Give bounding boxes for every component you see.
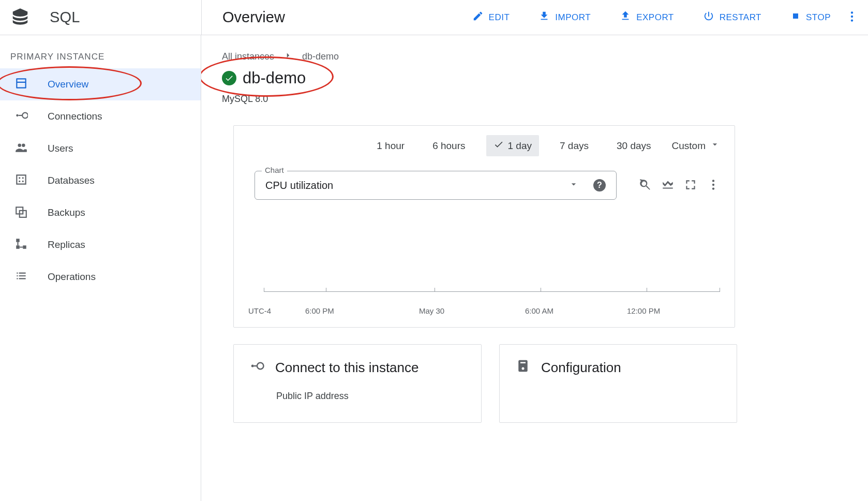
tick-mark: [541, 288, 541, 292]
more-actions-button[interactable]: [841, 7, 863, 28]
backups-icon: [14, 205, 28, 221]
operations-icon: [14, 269, 28, 285]
range-1h[interactable]: 1 hour: [369, 136, 412, 156]
status-ok-icon: [222, 71, 236, 85]
range-custom[interactable]: Custom: [672, 139, 720, 152]
sidebar-item-overview[interactable]: Overview: [0, 68, 201, 100]
header-left: SQL: [0, 0, 201, 35]
sidebar-item-backups[interactable]: Backups: [0, 197, 201, 229]
config-card-title: Configuration: [541, 360, 621, 376]
chart-select-wrap: Chart CPU utilization ?: [255, 171, 617, 200]
sidebar-item-operations[interactable]: Operations: [0, 261, 201, 293]
sql-logo-icon: [10, 7, 30, 28]
svg-point-2: [851, 19, 853, 21]
chart-x-axis: [264, 291, 720, 292]
connections-icon: [14, 109, 28, 125]
range-6h[interactable]: 6 hours: [425, 136, 472, 156]
svg-point-8: [22, 177, 24, 179]
tick-mark: [647, 288, 647, 292]
stop-icon: [790, 11, 801, 24]
tick-label: 6:00 AM: [525, 306, 553, 315]
range-30d[interactable]: 30 days: [609, 136, 659, 156]
range-1d-label: 1 day: [508, 140, 532, 152]
legend-toggle-button[interactable]: [661, 178, 675, 193]
svg-rect-21: [518, 360, 528, 372]
sidebar-item-replicas[interactable]: Replicas: [0, 229, 201, 261]
svg-point-0: [851, 11, 853, 13]
time-range-row: 1 hour 6 hours 1 day 7 days 30 days Cust…: [248, 135, 720, 156]
chart-more-button[interactable]: [707, 178, 720, 193]
top-header: SQL Overview EDIT IMPORT EXPORT RESTART: [0, 0, 868, 35]
svg-rect-22: [520, 362, 526, 364]
chevron-right-icon: [283, 51, 293, 63]
svg-point-23: [522, 367, 525, 370]
connect-card-title-row: Connect to this instance: [249, 358, 466, 377]
svg-point-20: [257, 363, 264, 370]
sidebar-item-label: Operations: [48, 271, 96, 283]
edit-button[interactable]: EDIT: [472, 10, 510, 24]
tick-mark: [326, 288, 326, 292]
svg-point-19: [251, 365, 254, 367]
sidebar-item-label: Replicas: [48, 239, 85, 250]
header-right: Overview EDIT IMPORT EXPORT RESTART STOP: [201, 0, 868, 35]
sidebar-item-databases[interactable]: Databases: [0, 165, 201, 197]
config-icon: [515, 358, 531, 377]
edit-label: EDIT: [489, 12, 510, 23]
breadcrumb-current: db-demo: [302, 51, 339, 62]
sidebar-item-label: Connections: [48, 111, 102, 122]
stop-label: STOP: [806, 12, 831, 23]
dropdown-icon: [710, 139, 720, 152]
users-icon: [14, 141, 28, 157]
stop-button[interactable]: STOP: [790, 11, 831, 24]
chart-tools: [638, 178, 720, 193]
page-title: Overview: [222, 9, 285, 26]
range-7d[interactable]: 7 days: [552, 136, 596, 156]
export-icon: [620, 10, 631, 24]
tick-label: 6:00 PM: [305, 306, 334, 315]
bottom-cards-row: Connect to this instance Public IP addre…: [233, 344, 839, 423]
check-icon: [493, 139, 504, 152]
instance-name: db-demo: [243, 69, 306, 87]
restart-icon: [703, 10, 714, 24]
sidebar-item-users[interactable]: Users: [0, 132, 201, 165]
restart-button[interactable]: RESTART: [703, 10, 761, 24]
svg-point-6: [22, 143, 25, 147]
overview-icon: [14, 77, 28, 93]
tick-mark: [264, 288, 264, 292]
sidebar-item-label: Users: [48, 143, 73, 154]
zoom-reset-button[interactable]: [638, 178, 652, 193]
import-button[interactable]: IMPORT: [538, 10, 591, 24]
import-icon: [538, 10, 550, 24]
export-button[interactable]: EXPORT: [620, 10, 674, 24]
svg-point-17: [712, 183, 714, 185]
svg-point-10: [22, 180, 24, 182]
connect-public-ip-label: Public IP address: [276, 391, 466, 402]
sidebar-item-label: Overview: [48, 79, 88, 90]
svg-point-4: [22, 112, 28, 118]
connect-card-title: Connect to this instance: [275, 360, 419, 376]
tick-label: 12:00 PM: [627, 306, 660, 315]
connect-icon: [249, 358, 265, 377]
svg-point-3: [16, 114, 18, 116]
chart-metric-select[interactable]: CPU utilization ?: [255, 171, 617, 200]
svg-point-7: [19, 177, 20, 179]
fullscreen-button[interactable]: [684, 178, 697, 193]
export-label: EXPORT: [636, 12, 674, 23]
range-1d[interactable]: 1 day: [486, 135, 539, 156]
sidebar-item-label: Databases: [48, 175, 95, 186]
db-version: MySQL 8.0: [222, 94, 839, 105]
svg-point-18: [712, 187, 714, 189]
help-icon[interactable]: ?: [593, 179, 606, 191]
product-title: SQL: [50, 9, 80, 26]
svg-rect-14: [16, 245, 20, 249]
connect-card: Connect to this instance Public IP addre…: [233, 344, 482, 423]
config-card-title-row: Configuration: [515, 358, 721, 377]
svg-rect-13: [16, 239, 20, 242]
breadcrumb-root-link[interactable]: All instances: [222, 51, 274, 62]
restart-label: RESTART: [720, 12, 761, 23]
sidebar-item-connections[interactable]: Connections: [0, 100, 201, 132]
chart-select-label: Chart: [262, 166, 287, 174]
tick-label: UTC-4: [248, 306, 271, 315]
chart-header-row: Chart CPU utilization ?: [248, 171, 720, 200]
chart-card: 1 hour 6 hours 1 day 7 days 30 days Cust…: [233, 125, 735, 328]
